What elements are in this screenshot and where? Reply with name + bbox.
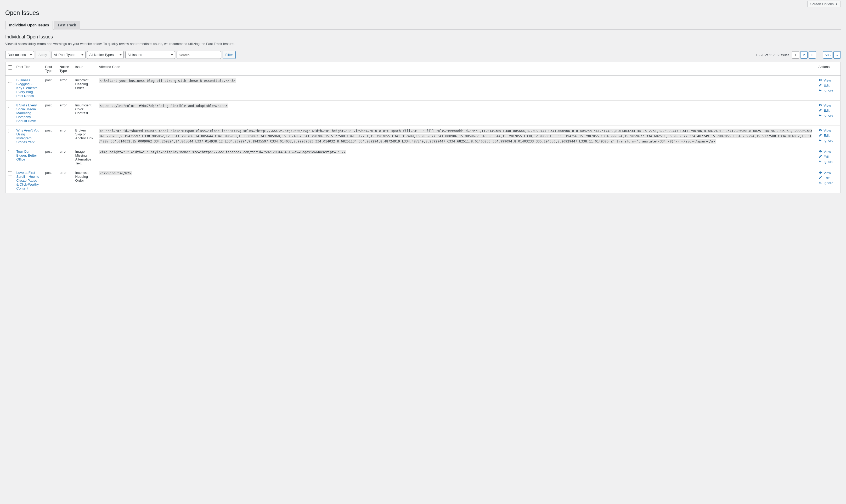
screen-options-label: Screen Options: [810, 2, 834, 6]
post-types-select[interactable]: All Post Types: [52, 51, 86, 59]
search-input[interactable]: [177, 51, 221, 59]
wave-icon: [818, 160, 822, 164]
row-checkbox[interactable]: [8, 171, 12, 175]
page-title: Open Issues: [5, 10, 841, 16]
eye-icon: [818, 171, 822, 175]
bulk-actions-select[interactable]: Bulk actions: [5, 51, 34, 59]
col-notice-type: Notice Type: [57, 62, 73, 75]
wave-icon: [818, 181, 822, 185]
issue-cell: Broken Skip or Anchor Link: [73, 126, 96, 147]
page-2[interactable]: 2: [800, 51, 808, 58]
notice-type-cell: error: [57, 147, 73, 168]
post-type-cell: post: [43, 101, 57, 126]
filter-button[interactable]: Filter: [223, 51, 236, 59]
view-action[interactable]: View: [818, 103, 831, 108]
eye-icon: [818, 128, 822, 133]
col-affected-code: Affected Code: [96, 62, 816, 75]
notice-types-select[interactable]: All Notice Types: [87, 51, 124, 59]
page-1[interactable]: 1: [792, 51, 799, 58]
apply-button[interactable]: Apply: [36, 51, 50, 59]
section-description: View all accessibility errors and warnin…: [5, 42, 841, 46]
pagination: 1 2 3 ... 586 »: [792, 51, 841, 58]
affected-code: <span style="color: #9bc73d;">Being Flex…: [99, 104, 228, 108]
pencil-icon: [818, 108, 822, 113]
issue-cell: Image Missing Alternative Text: [73, 147, 96, 168]
pagination-ellipsis: ...: [817, 53, 822, 57]
issue-cell: Incorrect Heading Order: [73, 75, 96, 101]
ignore-action[interactable]: Ignore: [818, 138, 833, 143]
page-last[interactable]: 586: [823, 51, 832, 58]
notice-type-cell: error: [57, 101, 73, 126]
notice-type-cell: error: [57, 126, 73, 147]
edit-action[interactable]: Edit: [818, 133, 829, 138]
pencil-icon: [818, 155, 822, 159]
pencil-icon: [818, 133, 822, 138]
row-checkbox[interactable]: [8, 129, 12, 133]
edit-action[interactable]: Edit: [818, 83, 829, 88]
post-title-link[interactable]: Tour Our Bigger, Better Office: [17, 149, 37, 161]
view-action[interactable]: View: [818, 78, 831, 83]
pencil-icon: [818, 176, 822, 180]
post-title-link[interactable]: 8 Skills Every Social Media Marketing Co…: [17, 103, 37, 123]
affected-code: <h3>Start your business blog off strong …: [99, 78, 236, 83]
notice-type-cell: error: [57, 75, 73, 101]
row-checkbox[interactable]: [8, 104, 12, 108]
eye-icon: [818, 149, 822, 154]
edit-action[interactable]: Edit: [818, 176, 829, 180]
wave-icon: [818, 113, 822, 118]
edit-action[interactable]: Edit: [818, 155, 829, 159]
row-checkbox[interactable]: [8, 150, 12, 154]
post-type-cell: post: [43, 126, 57, 147]
select-all-checkbox[interactable]: [8, 65, 12, 70]
view-action[interactable]: View: [818, 128, 831, 133]
table-row: Tour Our Bigger, Better Office post erro…: [5, 147, 841, 168]
ignore-action[interactable]: Ignore: [818, 181, 833, 185]
ignore-action[interactable]: Ignore: [818, 160, 833, 164]
ignore-action[interactable]: Ignore: [818, 88, 833, 92]
wave-icon: [818, 88, 822, 92]
tab-bar: Individual Open Issues Fast Track: [5, 21, 841, 30]
table-row: Love at First Scroll – How to Create Pau…: [5, 168, 841, 193]
post-type-cell: post: [43, 75, 57, 101]
chevron-down-icon: ▼: [835, 3, 838, 5]
col-issue: Issue: [73, 62, 96, 75]
eye-icon: [818, 103, 822, 108]
ignore-action[interactable]: Ignore: [818, 113, 833, 118]
view-action[interactable]: View: [818, 171, 831, 175]
post-type-cell: post: [43, 168, 57, 193]
section-title: Individual Open Issues: [5, 34, 841, 40]
wave-icon: [818, 138, 822, 143]
eye-icon: [818, 78, 822, 83]
affected-code: <a href="#" id="shared-counts-modal-clos…: [99, 129, 812, 144]
post-title-link[interactable]: Love at First Scroll – How to Create Pau…: [17, 171, 39, 190]
tab-fast-track[interactable]: Fast Track: [54, 21, 80, 30]
page-next[interactable]: »: [833, 51, 841, 58]
issue-cell: Incorrect Heading Order: [73, 168, 96, 193]
tab-individual-open-issues[interactable]: Individual Open Issues: [5, 21, 53, 30]
screen-options-button[interactable]: Screen Options ▼: [807, 1, 841, 7]
page-3[interactable]: 3: [809, 51, 816, 58]
post-type-cell: post: [43, 147, 57, 168]
edit-action[interactable]: Edit: [818, 108, 829, 113]
notice-type-cell: error: [57, 168, 73, 193]
col-post-title: Post Title: [14, 62, 43, 75]
view-action[interactable]: View: [818, 149, 831, 154]
table-row: Why Aren't You Using Instagram Stories Y…: [5, 126, 841, 147]
issue-cell: Insufficient Color Contrast: [73, 101, 96, 126]
pagination-summary: 1 - 20 of 11716 Issues: [756, 53, 790, 57]
affected-code: <h2>Sprouts</h2>: [99, 171, 132, 175]
pencil-icon: [818, 83, 822, 88]
table-row: Business Blogging: 8 Key Elements Every …: [5, 75, 841, 101]
row-checkbox[interactable]: [8, 79, 12, 83]
col-post-type: Post Type: [43, 62, 57, 75]
post-title-link[interactable]: Business Blogging: 8 Key Elements Every …: [17, 78, 37, 98]
affected-code: <img height="1" width="1" style="display…: [99, 150, 347, 154]
col-actions: Actions: [816, 62, 841, 75]
table-row: 8 Skills Every Social Media Marketing Co…: [5, 101, 841, 126]
post-title-link[interactable]: Why Aren't You Using Instagram Stories Y…: [17, 128, 39, 144]
issues-select[interactable]: All Issues: [125, 51, 175, 59]
issues-table: Post Title Post Type Notice Type Issue A…: [5, 62, 841, 193]
